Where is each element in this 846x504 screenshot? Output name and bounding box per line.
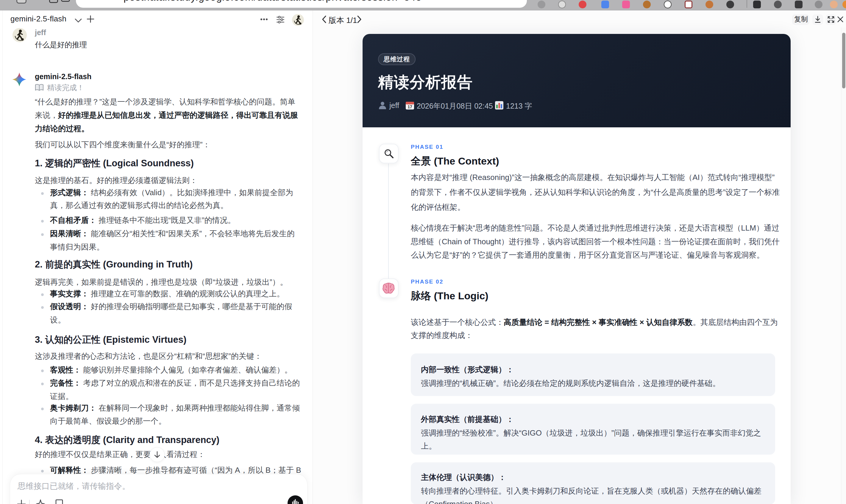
svg-text:17: 17 — [407, 104, 412, 109]
